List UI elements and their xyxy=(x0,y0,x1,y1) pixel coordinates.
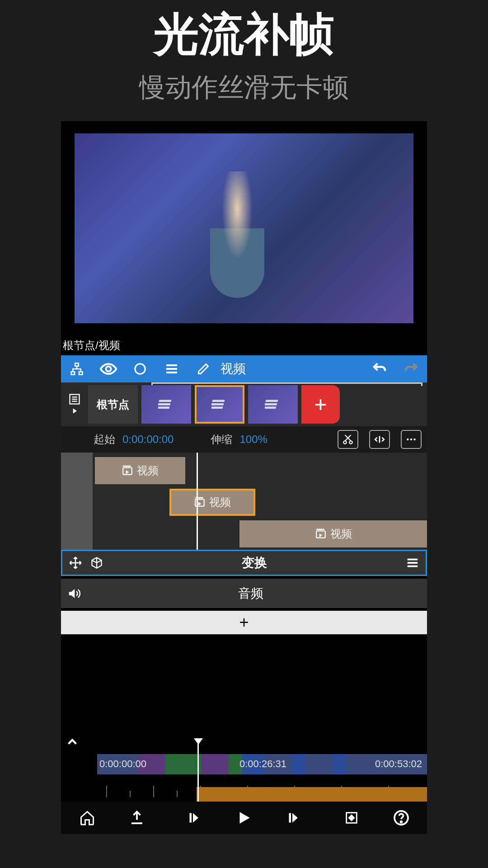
timeline-segment[interactable] xyxy=(201,754,228,774)
menu-icon[interactable] xyxy=(163,360,181,378)
svg-rect-2 xyxy=(79,372,83,374)
undo-icon[interactable] xyxy=(371,360,389,378)
speaker-icon[interactable] xyxy=(67,587,81,600)
track-clip-label: 视频 xyxy=(330,527,352,541)
preview-area[interactable] xyxy=(61,121,427,335)
track-clip-2[interactable]: 视频 xyxy=(169,489,255,516)
move-icon[interactable] xyxy=(69,556,82,570)
step-back-button[interactable] xyxy=(182,806,207,830)
scale-value[interactable]: 100% xyxy=(239,433,267,446)
svg-point-13 xyxy=(349,441,352,444)
clip-thumb-2[interactable] xyxy=(195,385,244,424)
track-clip-1[interactable]: 视频 xyxy=(95,457,185,484)
svg-point-17 xyxy=(410,439,412,440)
root-node-button[interactable]: 根节点 xyxy=(88,385,138,424)
audio-label: 音频 xyxy=(81,585,421,602)
hierarchy-icon[interactable] xyxy=(68,360,86,378)
editor-window: 根节点/视频 视频 根节点 xyxy=(61,121,427,834)
clip-thumb-3[interactable] xyxy=(248,385,298,424)
playhead-icon[interactable] xyxy=(197,453,198,550)
track-clip-label: 视频 xyxy=(209,495,231,509)
step-forward-button[interactable] xyxy=(282,806,306,830)
add-clip-button[interactable]: + xyxy=(301,385,340,424)
timecode-2: 0:00:53:02 xyxy=(375,758,422,770)
timeline-segment[interactable] xyxy=(332,754,346,774)
svg-point-27 xyxy=(400,821,402,823)
export-button[interactable] xyxy=(124,806,149,830)
help-button[interactable] xyxy=(389,806,413,830)
timeline-area[interactable]: 0:00:00:00 0:00:26:31 0:00:53:02 xyxy=(61,634,427,802)
scale-label: 伸缩 xyxy=(211,432,232,447)
redo-icon[interactable] xyxy=(402,360,420,378)
clip-thumb-1[interactable] xyxy=(141,385,191,424)
start-label: 起始 xyxy=(94,432,115,447)
cut-button[interactable] xyxy=(338,430,358,449)
toolbar-edit-label: 视频 xyxy=(221,360,246,377)
timeline-segment[interactable] xyxy=(291,754,305,774)
svg-rect-1 xyxy=(71,372,75,374)
transform-bar[interactable]: 变换 xyxy=(61,550,427,576)
menu-icon[interactable] xyxy=(406,556,419,570)
collapse-icon[interactable] xyxy=(65,734,80,750)
timeline-selection[interactable] xyxy=(197,787,427,802)
visibility-icon[interactable] xyxy=(99,360,117,378)
circle-icon[interactable] xyxy=(131,360,149,378)
svg-rect-21 xyxy=(316,531,325,538)
page-title: 光流补帧 xyxy=(0,5,488,66)
svg-point-16 xyxy=(407,439,408,440)
svg-point-4 xyxy=(135,364,145,374)
start-value[interactable]: 0:00:00:00 xyxy=(122,433,174,446)
timecode-1: 0:00:26:31 xyxy=(239,758,286,770)
clips-panel-toggle[interactable] xyxy=(61,393,88,416)
clip-info-bar: 起始 0:00:00:00 伸缩 100% xyxy=(61,426,427,453)
svg-rect-0 xyxy=(75,363,79,366)
more-button[interactable] xyxy=(401,430,422,449)
transform-label: 变换 xyxy=(111,554,398,571)
timeline-segment[interactable] xyxy=(305,754,332,774)
audio-bar[interactable]: 音频 xyxy=(61,579,427,608)
clips-row: 根节点 + xyxy=(61,382,427,426)
svg-point-3 xyxy=(106,366,111,371)
split-button[interactable] xyxy=(369,430,390,449)
keyframe-button[interactable] xyxy=(339,806,364,830)
cube-icon[interactable] xyxy=(90,557,103,569)
breadcrumb: 根节点/视频 xyxy=(61,335,427,355)
svg-point-18 xyxy=(413,439,415,440)
top-toolbar: 视频 xyxy=(61,355,427,382)
add-track-button[interactable]: + xyxy=(61,611,427,634)
preview-video-frame xyxy=(75,133,413,323)
track-gutter xyxy=(61,453,93,550)
track-clip-label: 视频 xyxy=(137,463,159,478)
track-clip-3[interactable]: 视频 xyxy=(239,520,427,547)
page-subtitle: 慢动作丝滑无卡顿 xyxy=(0,70,488,105)
timeline-segment[interactable] xyxy=(165,754,201,774)
timecode-0: 0:00:00:00 xyxy=(99,758,146,770)
bottom-nav xyxy=(61,802,427,834)
timeline-playhead-icon[interactable] xyxy=(197,743,199,802)
edit-icon[interactable] xyxy=(194,360,212,378)
track-area[interactable]: 视频 视频 视频 xyxy=(61,453,427,550)
home-button[interactable] xyxy=(75,806,99,830)
svg-rect-19 xyxy=(123,468,132,475)
svg-point-12 xyxy=(343,441,347,444)
play-button[interactable] xyxy=(232,806,257,830)
